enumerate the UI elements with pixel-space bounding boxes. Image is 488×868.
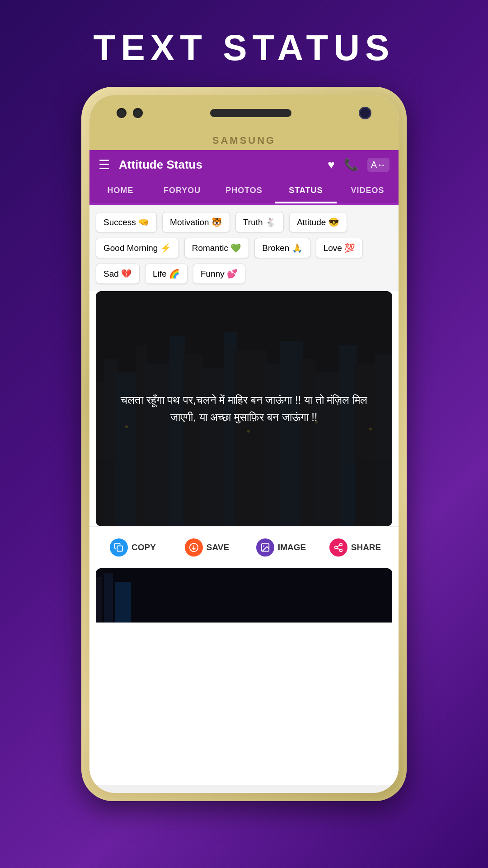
copy-icon [110, 538, 128, 557]
speaker-bar [210, 109, 291, 117]
chip-good-morning[interactable]: Good Morning ⚡ [96, 238, 179, 258]
app-header-title: Attitude Status [119, 158, 319, 172]
image-icon [256, 538, 274, 557]
tab-videos[interactable]: VIDEOS [337, 179, 399, 203]
chip-success[interactable]: Success 🤜 [96, 212, 157, 232]
brand-label: SAMSUNG [89, 131, 399, 150]
svg-point-27 [263, 545, 264, 547]
phone-hardware-top [89, 95, 399, 131]
chip-love[interactable]: Love 💯 [316, 238, 363, 258]
save-label: SAVE [206, 542, 229, 552]
chip-life[interactable]: Life 🌈 [145, 264, 188, 284]
chip-attitude[interactable]: Attitude 😎 [289, 212, 347, 232]
phone-icon[interactable]: 📞 [344, 158, 358, 172]
image-button[interactable]: IMAGE [244, 534, 318, 561]
chip-romantic[interactable]: Romantic 💚 [184, 238, 249, 258]
action-buttons-bar: COPY SAVE [89, 526, 399, 568]
copy-label: COPY [131, 542, 156, 552]
copy-button[interactable]: COPY [96, 534, 170, 561]
nav-tabs: HOME FORYOU PHOTOS STATUS VIDEOS [89, 179, 399, 205]
svg-rect-24 [117, 546, 122, 551]
share-button[interactable]: SHARE [318, 534, 392, 561]
heart-icon[interactable]: ♥ [328, 158, 334, 172]
svg-point-28 [339, 543, 342, 546]
save-button[interactable]: SAVE [170, 534, 244, 561]
tab-home[interactable]: HOME [89, 179, 151, 203]
app-header: ☰ Attitude Status ♥ 📞 A↔ [89, 150, 399, 179]
tab-foryou[interactable]: FORYOU [151, 179, 213, 203]
chip-motivation[interactable]: Motivation 🐯 [162, 212, 230, 232]
category-chips: Success 🤜 Motivation 🐯 Truth 🐇 Attitude … [89, 205, 399, 291]
status-quote-text: चलता रहूँगा पथ पर,चलने में माहिर बन जाऊं… [111, 382, 377, 435]
front-camera [359, 107, 371, 119]
svg-line-32 [337, 545, 340, 547]
camera-dot-2 [133, 108, 143, 118]
share-icon [329, 538, 347, 557]
svg-point-29 [334, 546, 337, 549]
svg-rect-37 [96, 568, 392, 623]
app-screen: ☰ Attitude Status ♥ 📞 A↔ HOME FORYOU PHO… [89, 150, 399, 785]
tab-photos[interactable]: PHOTOS [213, 179, 275, 203]
svg-point-30 [339, 549, 342, 552]
chip-sad[interactable]: Sad 💔 [96, 264, 140, 284]
chip-funny[interactable]: Funny 💕 [193, 264, 245, 284]
chip-truth[interactable]: Truth 🐇 [235, 212, 284, 232]
tab-status[interactable]: STATUS [275, 179, 337, 203]
translate-icon[interactable]: A↔ [367, 158, 389, 172]
save-icon [185, 538, 203, 557]
phone-frame: SAMSUNG ☰ Attitude Status ♥ 📞 A↔ HOME FO… [81, 87, 407, 801]
svg-line-31 [337, 548, 340, 550]
menu-icon[interactable]: ☰ [99, 157, 110, 172]
chip-broken[interactable]: Broken 🙏 [254, 238, 310, 258]
status-card: चलता रहूँगा पथ पर,चलने में माहिर बन जाऊं… [96, 291, 392, 526]
page-title: TEXT STATUS [94, 27, 395, 69]
share-label: SHARE [351, 542, 381, 552]
camera-area [117, 108, 143, 118]
header-icons: ♥ 📞 A↔ [328, 158, 389, 172]
camera-dot-1 [117, 108, 127, 118]
next-card-preview [96, 568, 392, 623]
image-label: IMAGE [278, 542, 306, 552]
phone-inner: SAMSUNG ☰ Attitude Status ♥ 📞 A↔ HOME FO… [89, 95, 399, 793]
